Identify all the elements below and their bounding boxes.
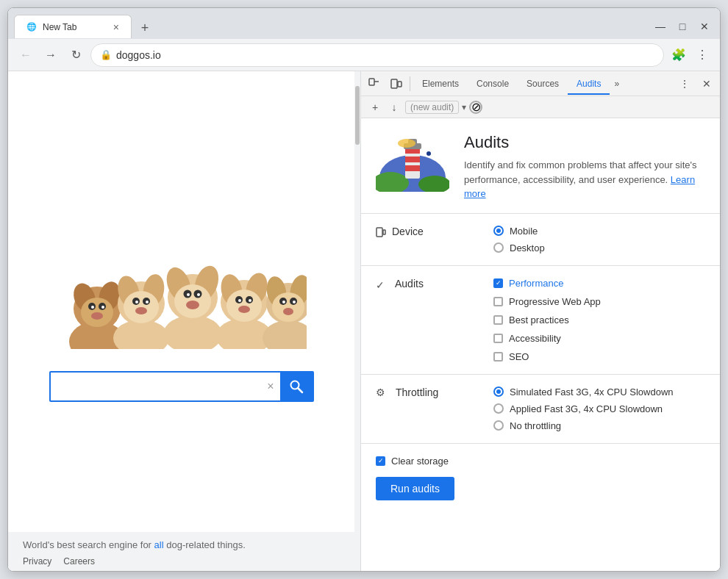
devtools-menu-button[interactable]: ⋮ [674,73,695,94]
tab-audits[interactable]: Audits [568,74,610,95]
footer-tagline: World's best search engine for all dog-r… [23,539,346,550]
throttling-none-option[interactable]: No throttling [493,420,705,431]
forward-button[interactable]: → [40,45,61,65]
pwa-checkbox[interactable]: Progressive Web App [493,296,705,307]
scrollbar-thumb[interactable] [355,86,360,145]
new-tab-button[interactable]: + [135,18,155,38]
applied3g-radio-dot [493,403,504,414]
svg-point-59 [427,147,429,149]
search-bar: × [49,371,314,402]
device-radio-group: Mobile Desktop [493,226,705,253]
maximize-button[interactable]: □ [673,17,692,36]
footer-links: Privacy Careers [23,556,346,567]
svg-point-7 [91,306,94,309]
svg-point-49 [283,308,293,315]
extensions-button[interactable]: 🧩 [668,45,689,65]
throttling-radio-group: Simulated Fast 3G, 4x CPU Slowdown Appli… [493,386,705,431]
svg-point-60 [434,158,436,160]
dropdown-arrow[interactable]: ▾ [462,102,466,112]
run-audits-button[interactable]: Run audits [376,477,454,500]
devtools-subtoolbar: + ↓ (new audit) ▾ ⊘ [361,96,720,118]
devtools-close-button[interactable]: ✕ [696,73,717,94]
menu-button[interactable]: ⋮ [692,45,713,65]
add-audit-button[interactable]: + [367,99,383,115]
svg-point-28 [197,293,200,296]
throttling-fast3g-option[interactable]: Simulated Fast 3G, 4x CPU Slowdown [493,386,705,398]
svg-point-44 [272,292,304,322]
back-button[interactable]: ← [15,45,36,65]
browser-tab[interactable]: 🌐 New Tab × [14,15,132,38]
minimize-button[interactable]: — [651,17,670,36]
clear-storage-checkbox[interactable]: Clear storage [376,456,449,467]
mobile-radio-dot [493,226,504,236]
svg-point-37 [238,299,241,302]
tab-elements[interactable]: Elements [413,74,468,95]
more-tabs-button[interactable]: » [610,76,624,92]
seo-checkbox[interactable]: SEO [493,351,705,362]
devtools-tab-bar: Elements Console Sources Audits » [413,71,673,96]
tab-favicon: 🌐 [26,22,37,32]
best-practices-checkbox[interactable]: Best practices [493,314,705,326]
accessibility-checkbox-box [493,334,503,343]
scrollbar[interactable] [354,71,360,532]
devtools-toolbar: Elements Console Sources Audits » ⋮ ✕ [361,71,720,96]
block-icon: ⊘ [469,101,482,114]
device-section-left: Device [376,226,493,240]
search-input[interactable] [51,374,262,399]
device-options: Mobile Desktop [493,226,705,253]
audits-content: Audits Identify and fix common problems … [361,118,720,571]
svg-point-39 [238,306,250,313]
download-button[interactable]: ↓ [386,99,402,115]
privacy-link[interactable]: Privacy [23,556,51,567]
svg-point-40 [263,320,307,349]
tab-console[interactable]: Console [468,74,518,95]
clear-storage-checkbox-box [376,456,385,466]
desktop-radio-dot [493,242,504,253]
seo-checkbox-box [493,352,503,362]
svg-line-51 [298,388,302,392]
tab-title: New Tab [43,22,76,32]
audits-checkboxes-section: ✓ Audits Performance Progressive Web App [361,266,720,375]
reload-button[interactable]: ↻ [65,45,86,65]
audits-header: Audits Identify and fix common problems … [361,118,720,214]
content-area: × World's [8,71,720,571]
device-label: Device [392,226,424,237]
audits-checkboxes: Performance Progressive Web App Best pra… [493,278,705,362]
address-bar[interactable]: 🔒 doggos.io [90,43,664,67]
nav-right-buttons: 🧩 ⋮ [668,45,713,65]
tab-close-button[interactable]: × [113,21,119,33]
puppies-svg [57,202,307,349]
webpage-content: × [8,71,354,532]
search-submit-button[interactable] [280,371,313,402]
svg-rect-52 [369,79,374,85]
inspect-element-button[interactable] [364,73,385,94]
close-button[interactable]: ✕ [695,17,714,36]
title-bar: 🌐 New Tab × + — □ ✕ [8,8,720,39]
device-toggle-button[interactable] [386,73,407,94]
tab-sources[interactable]: Sources [518,74,568,95]
url-text: doggos.io [116,49,654,61]
svg-rect-54 [391,79,397,88]
careers-link[interactable]: Careers [63,556,95,567]
svg-point-18 [146,301,149,303]
pwa-checkbox-box [493,297,503,306]
svg-point-8 [101,306,104,309]
device-desktop-option[interactable]: Desktop [493,242,705,253]
no-throttle-radio-dot [493,420,504,431]
fast3g-radio-dot [493,386,504,397]
accessibility-checkbox[interactable]: Accessibility [493,333,705,344]
best-practices-checkbox-box [493,315,503,325]
performance-checkbox[interactable]: Performance [493,278,705,289]
svg-point-27 [187,293,190,296]
throttling-applied3g-option[interactable]: Applied Fast 3G, 4x CPU Slowdown [493,403,705,414]
device-mobile-option[interactable]: Mobile [493,226,705,237]
security-icon: 🔒 [100,49,112,60]
search-clear-button[interactable]: × [261,380,279,393]
svg-point-71 [398,139,415,148]
search-icon [289,379,304,394]
svg-rect-55 [398,82,402,87]
webpage-footer: World's best search engine for all dog-r… [8,532,360,571]
puppies-illustration [57,202,307,349]
toolbar-separator [410,76,410,91]
audits-section-left: ✓ Audits [376,278,493,291]
